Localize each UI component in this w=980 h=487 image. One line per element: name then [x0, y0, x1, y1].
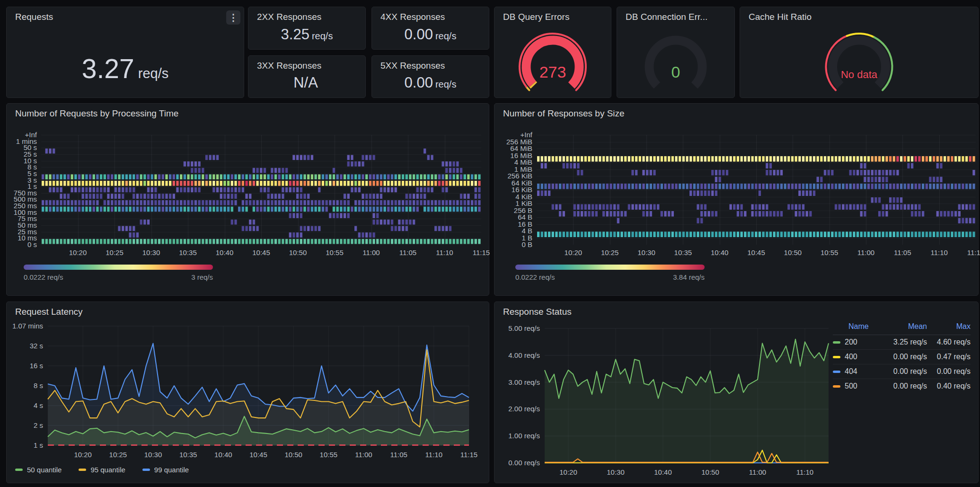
x-axis-label: 11:15: [465, 248, 498, 257]
panel-title[interactable]: DB Query Errors: [503, 12, 569, 22]
y-axis-label: 4.00 req/s: [494, 351, 540, 360]
x-axis-label: 10:35: [171, 248, 204, 257]
stat: N/A: [248, 74, 365, 91]
scale-min-label: 0.0222 req/s: [515, 273, 555, 281]
panel-requests-by-processing-time: Number of Requests by Processing Time 0.…: [6, 103, 489, 296]
panel-title[interactable]: 4XX Responses: [380, 12, 445, 22]
gauge-svg: [617, 21, 734, 97]
x-axis-label: 11:10: [428, 248, 461, 257]
x-axis-label: 10:35: [172, 451, 205, 459]
heatmap-plot[interactable]: [41, 135, 481, 245]
gauge: [740, 21, 978, 97]
legend-row-500: 500 0.00 req/s 0.40 req/s: [833, 379, 971, 394]
series-color-chip: [142, 469, 150, 471]
panel-title[interactable]: Response Status: [503, 307, 572, 317]
x-axis-label: 10:25: [593, 248, 627, 257]
x-axis-label: 10:50: [776, 248, 809, 257]
legend-header-max[interactable]: Max: [927, 321, 971, 335]
x-axis-label: 10:20: [552, 468, 585, 477]
legend-row-400: 400 0.00 req/s 0.47 req/s: [833, 350, 971, 364]
panel-title[interactable]: Number of Responses by Size: [503, 108, 625, 119]
panel-title[interactable]: 3XX Responses: [257, 61, 321, 71]
y-axis-label: 8 s: [7, 381, 43, 390]
series-max: 0.47 req/s: [927, 350, 971, 364]
panel-title[interactable]: Request Latency: [15, 307, 83, 317]
series-color-chip: [79, 469, 86, 471]
stat-unit: req/s: [312, 31, 333, 41]
line-chart-plot[interactable]: [545, 328, 829, 463]
legend-header-mean[interactable]: Mean: [878, 321, 927, 335]
line-chart-plot[interactable]: [48, 326, 469, 445]
series-name[interactable]: 200: [833, 338, 878, 346]
x-axis-label: 11:15: [452, 451, 486, 459]
y-axis-label: 0 s: [7, 240, 37, 249]
stat-value: N/A: [293, 74, 318, 91]
x-axis-label: 10:55: [813, 248, 846, 257]
y-axis-label: 0.00 req/s: [494, 459, 540, 467]
panel-title[interactable]: Cache Hit Ratio: [749, 12, 812, 22]
x-axis-label: 11:15: [959, 248, 980, 257]
panel-3xx-responses: 3XX Responses N/A: [248, 55, 366, 98]
x-axis-label: 10:55: [318, 248, 351, 257]
x-axis-label: 10:20: [62, 248, 95, 257]
x-axis-label: 10:30: [630, 248, 663, 257]
stat-value: 0.00: [405, 74, 433, 91]
panel-requests: Requests ⋮ 3.27req/s: [6, 7, 244, 98]
heatmap-plot[interactable]: [537, 135, 976, 245]
panel-title[interactable]: 2XX Responses: [257, 12, 321, 22]
series-mean: 0.00 req/s: [878, 379, 927, 394]
y-axis-label: 2.00 req/s: [494, 405, 540, 413]
x-axis-label: 10:30: [137, 451, 170, 459]
color-scale-bar: [24, 265, 213, 270]
series-name[interactable]: 500: [833, 382, 878, 390]
panel-title[interactable]: DB Connection Err...: [626, 12, 707, 22]
panel-db-query-errors: DB Query Errors 273: [494, 7, 611, 98]
y-axis-label: 2 s: [7, 421, 43, 430]
gauge-svg: [494, 21, 611, 97]
legend-header-name[interactable]: Name: [833, 321, 878, 335]
series-color-chip: [833, 341, 840, 344]
stat: 0.00req/s: [372, 74, 489, 91]
x-axis-label: 11:05: [382, 451, 415, 459]
stat-value: 3.27: [82, 53, 134, 84]
series-mean: 3.25 req/s: [878, 335, 927, 350]
panel-menu-button[interactable]: ⋮: [226, 10, 240, 25]
panel-4xx-responses: 4XX Responses 0.00req/s: [371, 7, 489, 50]
x-axis-label: 10:20: [556, 248, 590, 257]
y-axis-label: 1.00 req/s: [494, 432, 540, 440]
series-name[interactable]: 404: [833, 367, 878, 376]
x-axis-label: 10:55: [312, 451, 345, 459]
legend-item-99-quantile[interactable]: 99 quantile: [142, 466, 189, 474]
legend-label: 50 quantile: [27, 466, 62, 474]
panel-2xx-responses: 2XX Responses 3.25req/s: [248, 7, 366, 50]
legend-label: 95 quantile: [90, 466, 125, 474]
series-color-chip: [833, 385, 840, 388]
x-axis-label: 10:30: [599, 468, 632, 477]
x-axis-label: 10:40: [703, 248, 736, 257]
scale-max-label: 3 req/s: [191, 273, 213, 281]
series-color-chip: [833, 371, 840, 373]
x-axis-label: 10:45: [740, 248, 773, 257]
gauge: [617, 21, 734, 97]
panel-5xx-responses: 5XX Responses 0.00req/s: [371, 55, 489, 98]
panel-title[interactable]: Number of Requests by Processing Time: [15, 108, 178, 119]
y-axis-label: 3.00 req/s: [494, 378, 540, 387]
series-name[interactable]: 400: [833, 353, 878, 361]
panel-title[interactable]: 5XX Responses: [380, 61, 445, 71]
heatmap-color-scale: 0.0222 req/s 3 req/s: [24, 265, 213, 281]
panel-request-latency: Request Latency 50 quantile 95 quantile …: [6, 301, 489, 483]
series-mean: 0.00 req/s: [878, 364, 927, 379]
legend-table: Name Mean Max 200 3.25 req/s 4.60 req/s …: [833, 321, 971, 393]
x-axis-label: 10:30: [135, 248, 168, 257]
requests-stat: 3.27req/s: [7, 53, 244, 84]
x-axis-label: 10:25: [98, 248, 131, 257]
legend-item-50-quantile[interactable]: 50 quantile: [15, 466, 62, 474]
panel-title[interactable]: Requests: [15, 12, 53, 22]
stat-value: 0.00: [405, 26, 433, 43]
legend-label: 99 quantile: [154, 466, 189, 474]
x-axis-label: 10:50: [277, 451, 310, 459]
x-axis-label: 11:00: [741, 468, 774, 477]
panel-responses-by-size: Number of Responses by Size 0.0222 req/s…: [494, 103, 979, 296]
color-scale-bar: [515, 265, 705, 270]
legend-item-95-quantile[interactable]: 95 quantile: [79, 466, 125, 474]
